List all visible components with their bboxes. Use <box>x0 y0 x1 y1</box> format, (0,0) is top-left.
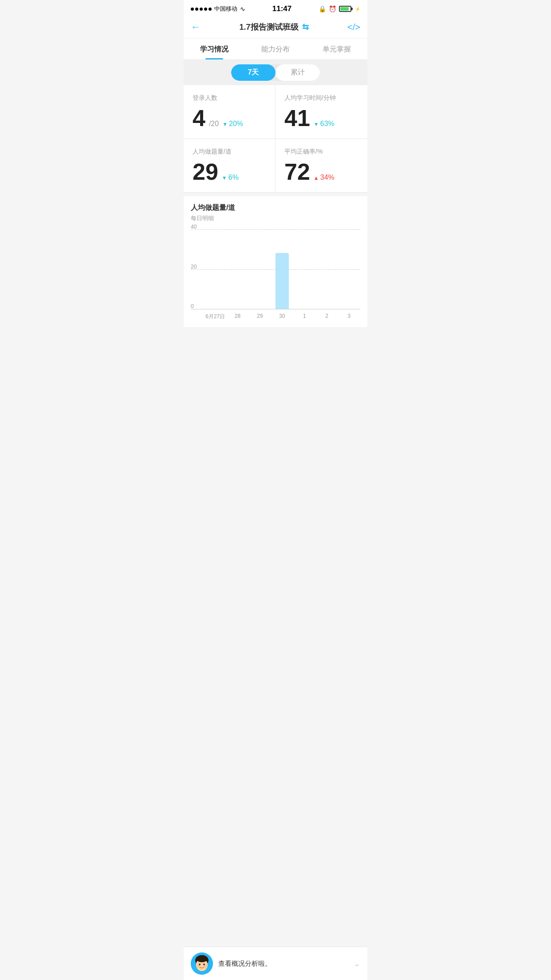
stat-login-change: 20% <box>222 120 243 128</box>
stat-login-count: 登录人数 4 /20 20% <box>184 85 276 139</box>
stat-time-value-row: 41 63% <box>284 107 358 130</box>
tab-study[interactable]: 学习情况 <box>184 39 245 59</box>
stats-grid: 登录人数 4 /20 20% 人均学习时间/分钟 41 63% 人均做题量/道 … <box>184 85 367 193</box>
tab-bar: 学习情况 能力分布 单元掌握 <box>184 39 367 60</box>
chart-section: 人均做题量/道 每日明细 40 20 0 6月27日282930123 <box>184 196 367 327</box>
down-arrow-icon-2 <box>314 120 319 128</box>
y-label-0: 0 <box>191 303 194 309</box>
stat-time-label: 人均学习时间/分钟 <box>284 94 358 102</box>
y-label-40: 40 <box>191 224 197 230</box>
period-7days-button[interactable]: 7天 <box>231 64 276 81</box>
chart-x-label: 1 <box>293 313 315 320</box>
stat-login-sub: /20 <box>209 120 219 128</box>
stat-time-main: 41 <box>284 107 310 130</box>
alarm-icon: ⏰ <box>329 5 336 12</box>
chart-container: 40 20 0 6月27日282930123 <box>191 229 360 327</box>
wifi-icon: ∿ <box>240 5 245 12</box>
chart-bar-item <box>204 229 226 309</box>
down-arrow-icon <box>222 120 228 128</box>
status-right: 🔒 ⏰ ⚡ <box>319 5 360 12</box>
chart-line-0: 0 <box>191 309 360 309</box>
carrier-label: 中国移动 <box>214 5 237 13</box>
chart-x-label: 28 <box>226 313 248 320</box>
up-arrow-icon <box>314 174 319 182</box>
tab-ability[interactable]: 能力分布 <box>245 39 306 59</box>
chart-bar-item <box>315 229 338 309</box>
chart-x-labels: 6月27日282930123 <box>191 309 360 324</box>
chart-area: 40 20 0 <box>191 229 360 309</box>
stat-accuracy-change: 34% <box>314 174 335 182</box>
tab-unit[interactable]: 单元掌握 <box>306 39 367 59</box>
stat-login-value-row: 4 /20 20% <box>193 107 266 130</box>
stat-question-label: 人均做题量/道 <box>193 148 266 156</box>
chart-title: 人均做题量/道 <box>191 203 360 213</box>
chart-x-label: 30 <box>271 313 293 320</box>
status-time: 11:47 <box>272 4 291 13</box>
chart-bar-item <box>293 229 315 309</box>
lock-icon: 🔒 <box>319 5 326 12</box>
period-toggle: 7天 累计 <box>231 64 320 81</box>
stat-accuracy-main: 72 <box>284 160 310 183</box>
stat-login-main: 4 <box>193 107 205 130</box>
down-arrow-icon-3 <box>222 174 227 182</box>
chart-bar-item <box>249 229 271 309</box>
header: ← 1.7报告测试班级 ⇆ </> <box>184 16 367 39</box>
chart-x-label: 6月27日 <box>204 313 226 320</box>
stat-study-time: 人均学习时间/分钟 41 63% <box>276 85 367 139</box>
y-label-20: 20 <box>191 264 197 270</box>
stat-question-value-row: 29 6% <box>193 160 266 183</box>
chart-x-label: 29 <box>249 313 271 320</box>
status-left: 中国移动 ∿ <box>191 5 245 13</box>
stat-accuracy-value-row: 72 34% <box>284 160 358 183</box>
chart-bar <box>276 253 289 309</box>
chart-x-label: 2 <box>315 313 338 320</box>
status-bar: 中国移动 ∿ 11:47 🔒 ⏰ ⚡ <box>184 0 367 16</box>
chart-bar-item <box>338 229 360 309</box>
signal-icon <box>191 8 212 11</box>
stat-accuracy-label: 平均正确率/% <box>284 148 358 156</box>
stat-accuracy: 平均正确率/% 72 34% <box>276 139 367 192</box>
charging-icon: ⚡ <box>355 7 360 12</box>
share-button[interactable]: </> <box>347 22 360 32</box>
shuffle-icon[interactable]: ⇆ <box>302 22 309 32</box>
header-title: 1.7报告测试班级 ⇆ <box>240 22 309 32</box>
page-title: 1.7报告测试班级 <box>240 22 299 32</box>
stat-login-label: 登录人数 <box>193 94 266 102</box>
battery-icon <box>339 6 351 12</box>
period-toggle-wrapper: 7天 累计 <box>184 60 367 85</box>
stat-question-count: 人均做题量/道 29 6% <box>184 139 276 192</box>
period-cumulative-button[interactable]: 累计 <box>276 64 320 81</box>
chart-bar-item <box>226 229 248 309</box>
chart-subtitle: 每日明细 <box>191 214 360 222</box>
back-button[interactable]: ← <box>191 21 201 33</box>
stat-time-change: 63% <box>314 120 335 128</box>
stat-question-main: 29 <box>193 160 218 183</box>
chart-x-label: 3 <box>338 313 360 320</box>
chart-bars <box>204 229 360 309</box>
chart-bar-item <box>271 229 293 309</box>
stat-question-change: 6% <box>222 174 239 182</box>
